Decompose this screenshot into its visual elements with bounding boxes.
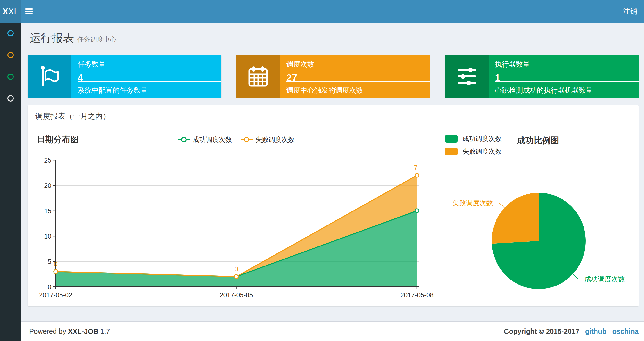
app-logo-rest: XL bbox=[8, 7, 19, 17]
stat-boxes-row: 任务数量 4 系统中配置的任务数量 bbox=[28, 55, 639, 98]
stat-box-content: 任务数量 4 系统中配置的任务数量 bbox=[71, 55, 222, 98]
sidebar bbox=[0, 23, 21, 341]
app-logo-bold: X bbox=[2, 7, 8, 17]
panel-title: 调度报表（一月之内） bbox=[28, 105, 639, 127]
fail-value-label: 0 bbox=[54, 260, 58, 268]
pie-chart-legend: 成功调度次数 失败调度次数 bbox=[445, 134, 502, 156]
date-distribution-block: 日期分布图 成功调度次数 失败调度次数 bbox=[36, 130, 436, 305]
stat-title: 执行器数量 bbox=[495, 60, 639, 69]
page-subtitle: 任务调度中心 bbox=[77, 36, 116, 43]
calendar-icon bbox=[236, 55, 280, 98]
sidebar-item-1-circle-icon[interactable] bbox=[8, 30, 14, 37]
flag-icon bbox=[28, 55, 71, 98]
fail-point[interactable] bbox=[54, 270, 58, 273]
y-tick-label: 20 bbox=[44, 182, 51, 189]
fail-value-label: 0 bbox=[234, 265, 238, 273]
y-tick-label: 0 bbox=[48, 283, 51, 291]
content-area: 运行报表任务调度中心 任务数量 4 bbox=[21, 23, 644, 321]
line-chart-legend: 成功调度次数 失败调度次数 bbox=[178, 135, 294, 144]
copyright-text: Copyright © 2015-2017 bbox=[504, 327, 580, 335]
sidebar-toggle-button[interactable] bbox=[21, 0, 37, 23]
stat-divider bbox=[495, 81, 639, 82]
sidebar-item-3-circle-icon[interactable] bbox=[8, 74, 14, 80]
pie-slice-label: 失败调度次数 bbox=[452, 199, 493, 207]
powered-by-text: Powered by XXL-JOB 1.7 bbox=[29, 327, 110, 335]
sidebar-item-4-circle-icon[interactable] bbox=[8, 95, 14, 102]
success-ratio-chart[interactable]: 成功调度次数失败调度次数 bbox=[445, 151, 639, 305]
legend-item-success[interactable]: 成功调度次数 bbox=[445, 134, 502, 143]
stat-description: 调度中心触发的调度次数 bbox=[286, 86, 363, 95]
x-tick-label: 2017-05-02 bbox=[39, 291, 72, 299]
legend-label: 成功调度次数 bbox=[462, 134, 502, 143]
oschina-link[interactable]: oschina bbox=[612, 327, 639, 335]
hamburger-icon bbox=[25, 9, 32, 10]
app-logo[interactable]: XXL bbox=[0, 0, 21, 23]
stat-box-content: 调度次数 27 调度中心触发的调度次数 bbox=[280, 55, 430, 98]
sliders-icon bbox=[445, 55, 488, 98]
stat-box-content: 执行器数量 1 心跳检测成功的执行器机器数量 bbox=[488, 55, 639, 98]
footer: Powered by XXL-JOB 1.7 Copyright © 2015-… bbox=[21, 321, 644, 341]
legend-label: 成功调度次数 bbox=[193, 135, 232, 144]
report-panel: 调度报表（一月之内） 日期分布图 成功调度次数 bbox=[28, 105, 639, 306]
y-tick-label: 15 bbox=[44, 207, 51, 215]
stat-title: 调度次数 bbox=[286, 60, 430, 69]
fail-point[interactable] bbox=[234, 275, 238, 278]
pie-label-line bbox=[573, 274, 582, 279]
stat-box-executors: 执行器数量 1 心跳检测成功的执行器机器数量 bbox=[445, 55, 639, 98]
x-tick-label: 2017-05-08 bbox=[400, 291, 434, 299]
stat-box-triggers: 调度次数 27 调度中心触发的调度次数 bbox=[236, 55, 430, 98]
pie-legend-swatch-icon bbox=[445, 148, 458, 155]
github-link[interactable]: github bbox=[585, 327, 607, 335]
pie-chart-title: 成功比例图 bbox=[517, 135, 559, 146]
fail-point[interactable] bbox=[415, 173, 419, 177]
legend-label: 失败调度次数 bbox=[462, 147, 502, 156]
page-title: 运行报表 bbox=[30, 32, 74, 44]
product-version: 1.7 bbox=[100, 327, 110, 335]
success-ratio-block: 成功调度次数 失败调度次数 成功比例图 成功调度次数失败调度次数 bbox=[445, 130, 639, 305]
legend-label: 失败调度次数 bbox=[256, 135, 294, 144]
stat-box-jobs: 任务数量 4 系统中配置的任务数量 bbox=[28, 55, 222, 98]
pie-legend-swatch-icon bbox=[445, 135, 458, 143]
hamburger-icon bbox=[25, 13, 32, 15]
legend-item-fail[interactable]: 失败调度次数 bbox=[240, 135, 294, 144]
legend-item-success[interactable]: 成功调度次数 bbox=[178, 135, 232, 144]
line-legend-marker-icon bbox=[178, 137, 190, 143]
x-tick-label: 2017-05-05 bbox=[220, 291, 253, 299]
hamburger-icon bbox=[25, 11, 32, 12]
line-chart-title: 日期分布图 bbox=[37, 134, 79, 145]
pie-slice-fail[interactable] bbox=[492, 193, 539, 244]
y-tick-label: 10 bbox=[44, 233, 51, 240]
stat-title: 任务数量 bbox=[78, 60, 222, 69]
date-distribution-chart[interactable]: 05101520252017-05-022017-05-052017-05-08… bbox=[36, 151, 436, 305]
success-point[interactable] bbox=[415, 209, 419, 213]
legend-item-fail[interactable]: 失败调度次数 bbox=[445, 147, 502, 156]
pie-label-line bbox=[495, 203, 504, 208]
stat-description: 心跳检测成功的执行器机器数量 bbox=[495, 86, 593, 95]
product-name: XXL-JOB bbox=[68, 327, 98, 335]
line-legend-marker-icon bbox=[240, 137, 252, 143]
fail-value-label: 7 bbox=[414, 164, 418, 171]
stat-divider bbox=[286, 81, 430, 82]
logout-link[interactable]: 注销 bbox=[616, 0, 644, 23]
page-header: 运行报表任务调度中心 bbox=[28, 23, 639, 55]
y-tick-label: 25 bbox=[44, 157, 51, 164]
top-navbar: XXL 注销 bbox=[0, 0, 644, 23]
stat-divider bbox=[78, 81, 222, 82]
y-tick-label: 5 bbox=[48, 258, 51, 265]
sidebar-item-2-circle-icon[interactable] bbox=[8, 52, 14, 58]
pie-slice-label: 成功调度次数 bbox=[584, 275, 625, 283]
stat-description: 系统中配置的任务数量 bbox=[78, 86, 148, 95]
